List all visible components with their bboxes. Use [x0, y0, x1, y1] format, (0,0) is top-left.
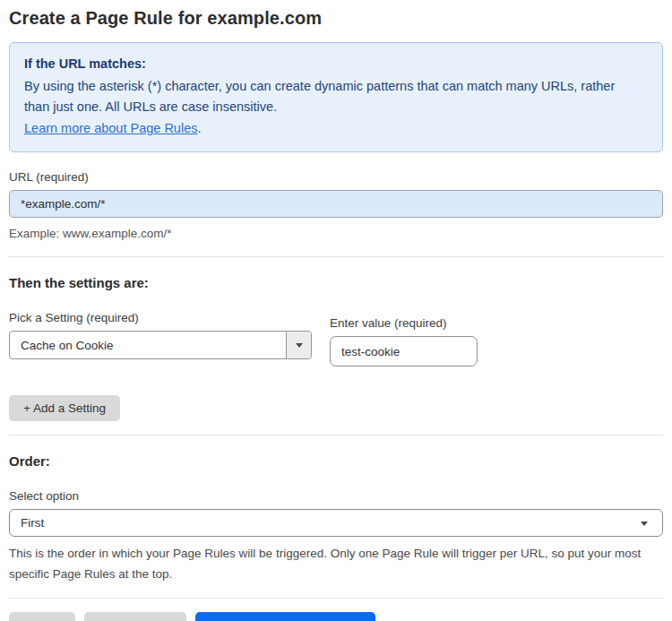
- settings-section-heading: Then the settings are:: [9, 275, 663, 290]
- settings-row: Pick a Setting (required) Cache on Cooki…: [9, 311, 663, 367]
- url-helper-text: Example: www.example.com/*: [9, 225, 663, 243]
- banner-link-period: .: [197, 121, 201, 135]
- caret-down-icon: [641, 522, 648, 526]
- learn-more-link[interactable]: Learn more about Page Rules: [24, 121, 197, 135]
- divider: [9, 256, 663, 257]
- url-field-label: URL (required): [9, 170, 663, 184]
- url-input[interactable]: [9, 190, 663, 218]
- setting-picker-column: Pick a Setting (required) Cache on Cooki…: [9, 311, 312, 359]
- caret-down-icon: [296, 343, 303, 348]
- banner-body-text: By using the asterisk (*) character, you…: [24, 76, 633, 117]
- order-select-label: Select option: [9, 489, 663, 503]
- divider: [9, 598, 663, 599]
- cancel-button[interactable]: Cancel: [9, 612, 75, 621]
- order-select[interactable]: First: [9, 509, 663, 537]
- order-select-value: First: [21, 516, 44, 530]
- banner-heading: If the URL matches:: [24, 54, 648, 74]
- form-actions: Cancel Save as Draft Save and Deploy Pag…: [9, 612, 663, 621]
- setting-value-label: Enter value (required): [330, 316, 478, 330]
- setting-picker-label: Pick a Setting (required): [9, 311, 312, 324]
- create-page-rule-form: Create a Page Rule for example.com If th…: [0, 0, 672, 621]
- setting-value-column: Enter value (required): [330, 316, 478, 367]
- setting-value-input[interactable]: [330, 336, 478, 367]
- order-helper-text: This is the order in which your Page Rul…: [9, 543, 659, 584]
- order-section-heading: Order:: [9, 453, 663, 469]
- save-as-draft-button[interactable]: Save as Draft: [84, 612, 186, 621]
- divider: [9, 435, 663, 436]
- page-title: Create a Page Rule for example.com: [9, 8, 663, 29]
- url-section: URL (required) Example: www.example.com/…: [9, 170, 663, 243]
- setting-dropdown[interactable]: Cache on Cookie: [9, 331, 312, 359]
- url-match-info-banner: If the URL matches: By using the asteris…: [9, 42, 663, 152]
- setting-dropdown-value: Cache on Cookie: [10, 332, 286, 358]
- setting-dropdown-arrow-button[interactable]: [286, 332, 311, 358]
- add-setting-button[interactable]: + Add a Setting: [9, 395, 120, 421]
- banner-link-line: Learn more about Page Rules.: [24, 118, 648, 139]
- save-and-deploy-button[interactable]: Save and Deploy Page Rule: [195, 612, 376, 621]
